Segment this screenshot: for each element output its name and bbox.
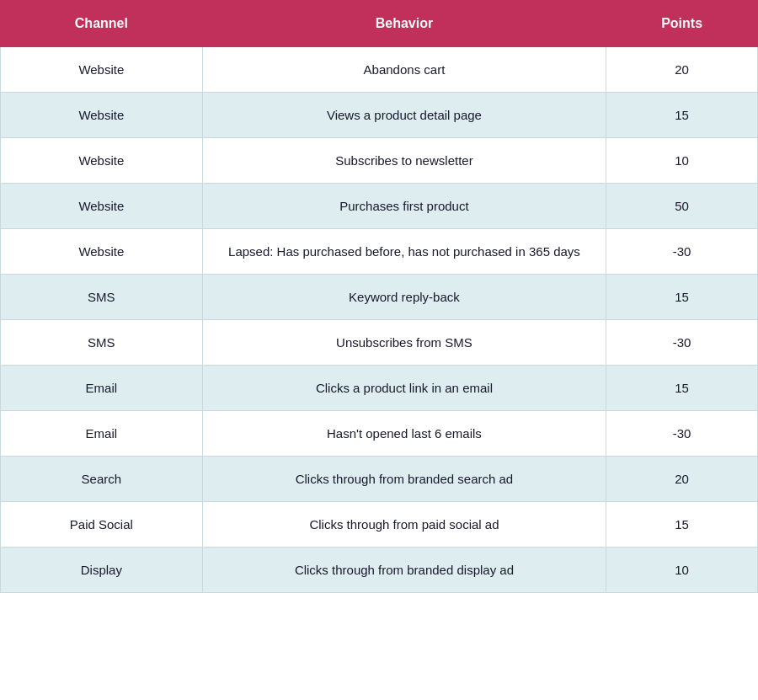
points-cell: 15 [606, 502, 758, 548]
behavior-cell: Views a product detail page [202, 93, 606, 138]
points-header: Points [606, 1, 758, 47]
points-cell: 10 [606, 548, 758, 593]
behavior-cell: Clicks a product link in an email [202, 366, 606, 411]
table-row: EmailClicks a product link in an email15 [1, 366, 758, 411]
behavior-cell: Clicks through from paid social ad [202, 502, 606, 548]
channel-cell: Search [1, 457, 203, 502]
table-header-row: Channel Behavior Points [1, 1, 758, 47]
channel-cell: Display [1, 548, 203, 593]
channel-header: Channel [1, 1, 203, 47]
channel-cell: Website [1, 229, 203, 275]
behavior-cell: Clicks through from branded search ad [202, 457, 606, 502]
points-cell: -30 [606, 411, 758, 457]
channel-cell: Website [1, 138, 203, 184]
points-cell: -30 [606, 320, 758, 366]
table-row: WebsiteLapsed: Has purchased before, has… [1, 229, 758, 275]
points-cell: 20 [606, 47, 758, 93]
behavior-cell: Keyword reply-back [202, 275, 606, 320]
channel-cell: Email [1, 366, 203, 411]
behavior-header: Behavior [202, 1, 606, 47]
behavior-cell: Purchases first product [202, 184, 606, 229]
channel-cell: SMS [1, 320, 203, 366]
table-row: WebsiteAbandons cart20 [1, 47, 758, 93]
scoring-table-container: Channel Behavior Points WebsiteAbandons … [0, 0, 758, 593]
points-cell: -30 [606, 229, 758, 275]
table-row: SearchClicks through from branded search… [1, 457, 758, 502]
channel-cell: Website [1, 93, 203, 138]
table-row: WebsiteViews a product detail page15 [1, 93, 758, 138]
table-row: SMSUnsubscribes from SMS-30 [1, 320, 758, 366]
points-cell: 15 [606, 93, 758, 138]
behavior-cell: Subscribes to newsletter [202, 138, 606, 184]
table-row: WebsitePurchases first product50 [1, 184, 758, 229]
behavior-cell: Hasn't opened last 6 emails [202, 411, 606, 457]
table-row: WebsiteSubscribes to newsletter10 [1, 138, 758, 184]
table-row: DisplayClicks through from branded displ… [1, 548, 758, 593]
table-row: EmailHasn't opened last 6 emails-30 [1, 411, 758, 457]
points-cell: 10 [606, 138, 758, 184]
channel-cell: Paid Social [1, 502, 203, 548]
behavior-cell: Abandons cart [202, 47, 606, 93]
scoring-table: Channel Behavior Points WebsiteAbandons … [0, 0, 758, 593]
behavior-cell: Clicks through from branded display ad [202, 548, 606, 593]
channel-cell: Website [1, 47, 203, 93]
points-cell: 15 [606, 275, 758, 320]
channel-cell: Email [1, 411, 203, 457]
table-row: SMSKeyword reply-back15 [1, 275, 758, 320]
channel-cell: SMS [1, 275, 203, 320]
table-row: Paid SocialClicks through from paid soci… [1, 502, 758, 548]
behavior-cell: Lapsed: Has purchased before, has not pu… [202, 229, 606, 275]
channel-cell: Website [1, 184, 203, 229]
points-cell: 50 [606, 184, 758, 229]
points-cell: 20 [606, 457, 758, 502]
points-cell: 15 [606, 366, 758, 411]
behavior-cell: Unsubscribes from SMS [202, 320, 606, 366]
